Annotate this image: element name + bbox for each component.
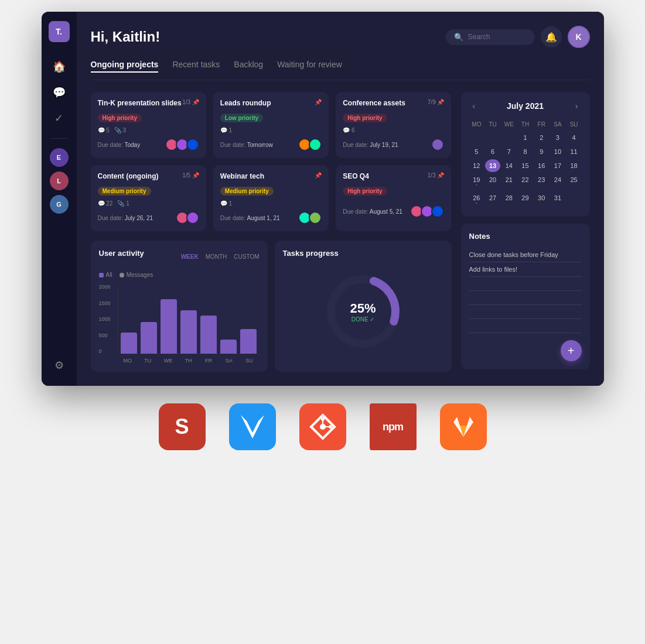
cal-day[interactable]: 30 [534,191,549,208]
calendar-next[interactable]: › [572,100,582,112]
cal-day[interactable]: 4 [566,131,582,144]
sidebar: T. 🏠 💬 ✓ E L G ⚙ [42,12,77,386]
app-icon-s[interactable]: S [159,403,206,450]
search-input[interactable] [468,33,527,41]
sidebar-avatar-l[interactable]: L [50,172,69,190]
calendar-panel: ‹ July 2021 › MO TU WE TH FR SA SU [461,92,590,217]
chart-title: User activity [99,249,144,258]
avatar [431,138,444,151]
tab-backlog[interactable]: Backlog [234,60,263,73]
cal-day[interactable]: 23 [534,173,549,190]
bar-fr [200,316,217,354]
cal-day[interactable]: 22 [518,173,533,190]
cal-day[interactable]: 2 [534,131,549,144]
cal-day[interactable]: 10 [550,145,565,158]
note-line[interactable]: Close done tasks before Friday [469,248,582,262]
cal-day[interactable]: 6 [485,145,500,158]
app-icon-bitbucket[interactable] [229,403,276,450]
sidebar-avatar-e[interactable]: E [50,148,69,167]
cal-day-today[interactable]: 13 [485,159,500,172]
cal-day[interactable]: 9 [534,145,549,158]
cal-day-event[interactable]: 19 [469,173,484,190]
cal-day[interactable]: 15 [518,159,533,172]
user-avatar[interactable]: K [568,26,590,48]
svg-point-5 [329,425,332,429]
note-line[interactable] [469,291,582,305]
sidebar-logo[interactable]: T. [49,21,70,42]
app-icon-gitlab[interactable] [440,403,487,450]
note-line[interactable] [469,305,582,319]
tab-ongoing-projects[interactable]: Ongoing projects [91,60,159,73]
chart-tab-week[interactable]: WEEK [181,254,199,260]
calendar-grid: MO TU WE TH FR SA SU 1 [469,119,582,208]
cal-day[interactable]: 24 [550,173,565,190]
sidebar-item-home[interactable]: 🏠 [49,56,70,77]
project-card[interactable]: Conference assets 7/9 📌 High priority 💬 … [336,92,451,158]
cal-day-empty [501,131,517,144]
cal-day[interactable]: 29 [518,191,533,208]
notification-button[interactable]: 🔔 [541,26,562,47]
cal-day[interactable]: 18 [566,159,582,172]
cal-day[interactable]: 14 [501,159,517,172]
avatar [309,138,322,151]
cal-day[interactable]: 20 [485,173,500,190]
priority-badge: Low priority [220,114,263,122]
donut-percent: 25% [350,301,376,316]
tasks-progress-title: Tasks progress [283,249,443,258]
cal-day[interactable]: 7 [501,145,517,158]
cal-day[interactable]: 16 [534,159,549,172]
main-content: Hi, Kaitlin! 🔍 🔔 K Ongoing projects Rece… [77,12,604,386]
sidebar-item-chat[interactable]: 💬 [49,82,70,103]
project-card[interactable]: Webinar tech 📌 Medium priority 💬 1 Due d… [213,165,329,231]
bar-chart [118,284,260,354]
add-note-button[interactable]: + [561,340,582,361]
sidebar-avatar-g[interactable]: G [50,195,69,214]
sidebar-divider [50,138,68,139]
cal-day[interactable]: 31 [550,191,565,208]
tab-recent-tasks[interactable]: Recent tasks [172,60,220,73]
svg-marker-2 [241,415,264,439]
cal-day[interactable]: 3 [550,131,565,144]
tab-waiting-for-review[interactable]: Waiting for review [277,60,342,73]
cal-day[interactable]: 5 [469,145,484,158]
body-layout: Tin-K presentation slides 1/3 📌 High pri… [91,92,590,372]
search-box[interactable]: 🔍 [446,29,535,45]
priority-badge: High priority [98,114,142,122]
cal-day[interactable]: 17 [550,159,565,172]
project-card[interactable]: Leads roundup 📌 Low priority 💬 1 Due dat… [213,92,329,158]
legend-all: All [99,272,112,278]
project-card[interactable]: Tin-K presentation slides 1/3 📌 High pri… [91,92,206,158]
note-line[interactable] [469,277,582,291]
note-line[interactable]: Add links to files! [469,262,582,277]
cal-day[interactable]: 25 [566,173,582,190]
cal-day[interactable]: 1 [518,131,533,144]
sidebar-item-tasks[interactable]: ✓ [49,108,70,129]
header: Hi, Kaitlin! 🔍 🔔 K [91,26,590,48]
calendar-prev[interactable]: ‹ [469,100,479,112]
priority-badge: Medium priority [98,187,151,196]
chart-tab-bar: WEEK MONTH CUSTOM [181,254,260,260]
search-icon: 🔍 [454,33,463,42]
cal-day[interactable]: 27 [485,191,500,208]
cal-day[interactable]: 12 [469,159,484,172]
settings-icon[interactable]: ⚙ [50,354,69,376]
cal-day[interactable]: 21 [501,173,517,190]
cal-day[interactable]: 11 [566,145,582,158]
project-card[interactable]: SEO Q4 1/3 📌 High priority Due date: Aug… [336,165,451,231]
note-line[interactable] [469,319,582,333]
projects-grid: Tin-K presentation slides 1/3 📌 High pri… [91,92,452,231]
app-icon-npm[interactable]: npm [370,403,417,450]
cal-day-event[interactable]: 26 [469,191,484,208]
cal-day[interactable]: 8 [518,145,533,158]
bar-su [240,329,257,354]
chart-tab-custom[interactable]: CUSTOM [234,254,259,260]
left-panel: Tin-K presentation slides 1/3 📌 High pri… [91,92,452,372]
notes-title: Notes [469,232,582,241]
priority-badge: High priority [343,187,387,196]
bar-th [180,310,197,354]
project-card[interactable]: Content (ongoing) 1/5 📌 Medium priority … [91,165,206,231]
chart-tab-month[interactable]: MONTH [206,254,227,260]
app-icon-git[interactable] [299,403,346,450]
page-title: Hi, Kaitlin! [91,29,446,45]
cal-day[interactable]: 28 [501,191,517,208]
